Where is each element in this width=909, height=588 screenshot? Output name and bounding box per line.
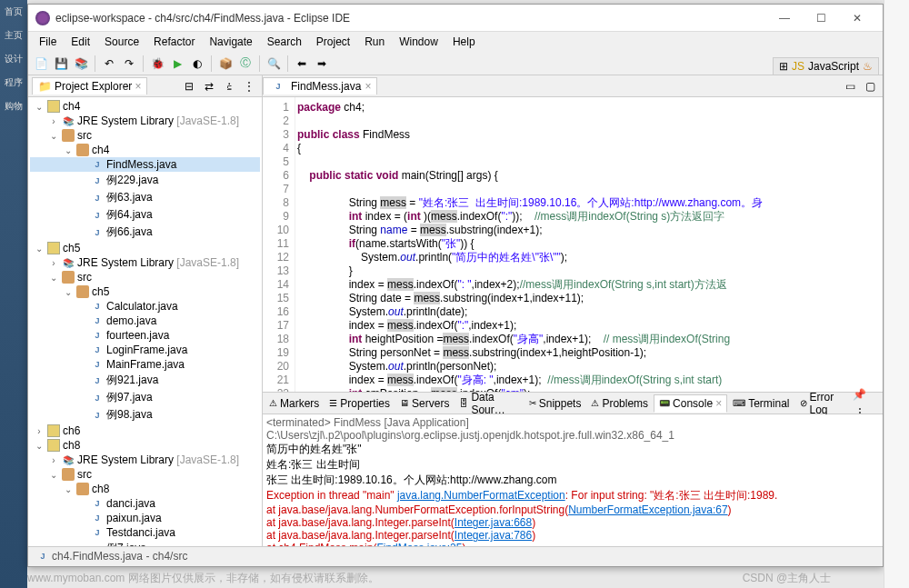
menu-file[interactable]: File <box>32 34 64 50</box>
tab-markers[interactable]: ⚠Markers <box>265 395 324 412</box>
minimize-editor-icon[interactable]: ▭ <box>841 77 859 95</box>
tree-node[interactable]: ›📚JRE System Library [JavaSE-1.8] <box>30 453 260 467</box>
tree-node[interactable]: LoginFrame.java <box>30 343 260 357</box>
console-output[interactable]: <terminated> FindMess [Java Application]… <box>263 414 883 546</box>
expand-icon[interactable]: ⌄ <box>48 131 59 141</box>
close-view-icon[interactable]: × <box>135 80 141 93</box>
tree-node[interactable]: ›📚JRE System Library [JavaSE-1.8] <box>30 114 260 128</box>
new-class-icon[interactable]: Ⓒ <box>236 55 255 73</box>
tree-node[interactable]: ⌄ch5 <box>30 241 260 255</box>
stacktrace-link[interactable]: java.lang.NumberFormatException <box>397 489 565 502</box>
os-taskbar-item[interactable]: 设计 <box>0 47 27 71</box>
stacktrace-link[interactable]: NumberFormatException.java:67 <box>568 503 727 516</box>
tree-node[interactable]: 例229.java <box>30 172 260 189</box>
menu-search[interactable]: Search <box>260 34 309 50</box>
tree-node[interactable]: ⌄src <box>30 270 260 284</box>
console-pin-icon[interactable]: 📌 <box>851 385 869 404</box>
tree-node[interactable]: 例64.java <box>30 206 260 224</box>
tree-node[interactable]: paixun.java <box>30 511 260 525</box>
menu-edit[interactable]: Edit <box>64 34 97 50</box>
minimize-button[interactable]: — <box>766 5 803 31</box>
new-icon[interactable]: 📄 <box>32 55 50 73</box>
maximize-button[interactable]: ☐ <box>803 5 839 31</box>
close-button[interactable]: ✕ <box>839 5 875 31</box>
tab-datasour[interactable]: 🗄Data Sour… <box>454 389 523 418</box>
expand-icon[interactable]: ⌄ <box>63 145 74 155</box>
tab-problems[interactable]: ⚠Problems <box>586 395 653 412</box>
tree-node[interactable]: FindMess.java <box>30 157 260 172</box>
tree-node[interactable]: 例97.java <box>30 389 260 406</box>
redo-icon[interactable]: ↷ <box>120 55 138 73</box>
saveall-icon[interactable]: 📚 <box>72 55 90 73</box>
os-taskbar-item[interactable]: 首页 <box>0 0 27 24</box>
stacktrace-link[interactable]: Integer.java:668 <box>454 516 532 529</box>
tree-node[interactable]: ⌄ch8 <box>30 482 260 496</box>
menu-source[interactable]: Source <box>97 34 146 50</box>
tree-node[interactable]: ⌄ch5 <box>30 284 260 299</box>
collapse-icon[interactable]: › <box>34 426 45 436</box>
maximize-editor-icon[interactable]: ▢ <box>861 77 879 95</box>
collapse-all-icon[interactable]: ⊟ <box>180 77 198 95</box>
tree-node[interactable]: 例66.java <box>30 224 260 241</box>
perspective-switcher[interactable]: ⊞ JS JavaScript ♨ <box>773 57 879 75</box>
os-taskbar-item[interactable]: 主页 <box>0 24 27 47</box>
link-editor-icon[interactable]: ⇄ <box>200 77 218 95</box>
tab-errorlog[interactable]: ⊘Error Log <box>795 389 850 418</box>
stacktrace-link[interactable]: FindMess.java:25 <box>376 542 462 546</box>
run-icon[interactable]: ▶ <box>168 55 186 73</box>
tree-node[interactable]: ⌄src <box>30 467 260 482</box>
expand-icon[interactable]: ⌄ <box>34 102 45 112</box>
collapse-icon[interactable]: › <box>48 116 59 126</box>
menu-window[interactable]: Window <box>392 34 445 50</box>
menu-navigate[interactable]: Navigate <box>202 34 259 50</box>
editor-tab-findmess[interactable]: FindMess.java × <box>263 77 377 95</box>
tab-servers[interactable]: 🖥Servers <box>395 395 454 412</box>
tree-node[interactable]: ›ch6 <box>30 424 260 438</box>
tree-node[interactable]: MainFrame.java <box>30 357 260 372</box>
menu-refactor[interactable]: Refactor <box>146 34 202 50</box>
open-perspective-icon[interactable]: ⊞ <box>779 60 788 73</box>
tree-node[interactable]: ⌄ch8 <box>30 438 260 453</box>
tree-node[interactable]: 例921.java <box>30 372 260 389</box>
tree-node[interactable]: demo.java <box>30 314 260 328</box>
save-icon[interactable]: 💾 <box>52 55 70 73</box>
tree-node[interactable]: 例98.java <box>30 406 260 424</box>
coverage-icon[interactable]: ◐ <box>188 55 206 73</box>
menu-help[interactable]: Help <box>445 34 483 50</box>
new-pkg-icon[interactable]: 📦 <box>216 55 235 73</box>
close-tab-icon[interactable]: × <box>715 397 722 410</box>
expand-icon[interactable]: ⌄ <box>63 484 74 494</box>
code-area[interactable]: package ch4;public class FindMess{ publi… <box>295 97 883 392</box>
project-tree[interactable]: ⌄ch4›📚JRE System Library [JavaSE-1.8]⌄sr… <box>28 97 262 546</box>
tree-node[interactable]: 例63.java <box>30 189 260 206</box>
tree-node[interactable]: ›📚JRE System Library [JavaSE-1.8] <box>30 255 260 270</box>
menu-project[interactable]: Project <box>309 34 357 50</box>
view-menu-icon[interactable]: ⋮ <box>240 77 258 95</box>
expand-icon[interactable]: ⌄ <box>48 273 59 283</box>
back-icon[interactable]: ⬅ <box>293 55 311 73</box>
forward-icon[interactable]: ➡ <box>313 55 331 73</box>
expand-icon[interactable]: ⌄ <box>34 441 45 451</box>
java-perspective-icon[interactable]: ♨ <box>863 60 873 73</box>
stacktrace-link[interactable]: Integer.java:786 <box>454 529 532 542</box>
tree-node[interactable]: ⌄src <box>30 128 260 143</box>
tree-node[interactable]: ⌄ch4 <box>30 99 260 114</box>
collapse-icon[interactable]: › <box>48 258 59 268</box>
tree-node[interactable]: Calculator.java <box>30 299 260 314</box>
code-editor[interactable]: 12345678910111213141516171819202122 pack… <box>263 97 883 392</box>
expand-icon[interactable]: ⌄ <box>48 470 59 480</box>
tree-node[interactable]: Testdanci.java <box>30 525 260 540</box>
os-taskbar-item[interactable]: 购物 <box>0 95 27 118</box>
filter-icon[interactable]: ⫃ <box>220 77 238 95</box>
expand-icon[interactable]: ⌄ <box>34 244 45 254</box>
project-explorer-tab[interactable]: 📁 Project Explorer × <box>32 77 147 95</box>
close-tab-icon[interactable]: × <box>365 80 371 93</box>
menu-run[interactable]: Run <box>357 34 392 50</box>
tab-console[interactable]: 📟Console× <box>654 394 727 413</box>
expand-icon[interactable]: ⌄ <box>63 287 74 297</box>
debug-icon[interactable]: 🐞 <box>148 55 166 73</box>
tree-node[interactable]: fourteen.java <box>30 328 260 343</box>
collapse-icon[interactable]: › <box>48 455 59 465</box>
tab-terminal[interactable]: ⌨Terminal <box>728 395 794 412</box>
search-icon[interactable]: 🔍 <box>265 55 283 73</box>
